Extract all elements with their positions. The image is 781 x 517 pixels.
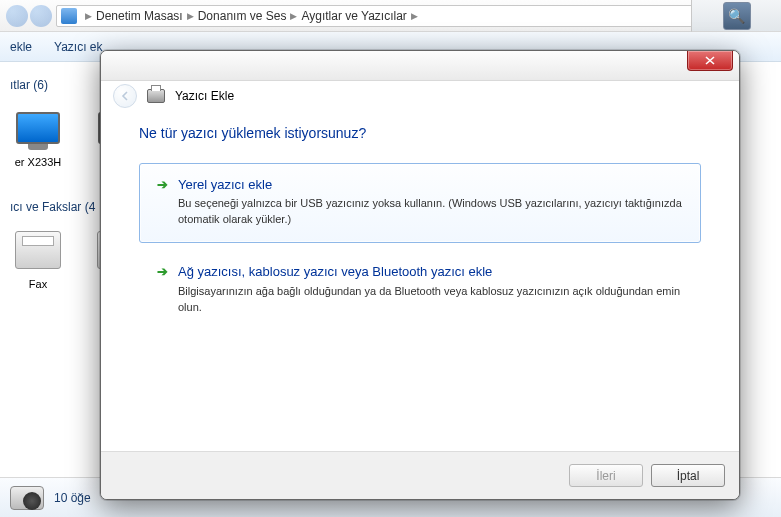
printer-item-fax[interactable]: Fax — [8, 226, 68, 302]
fax-icon — [15, 231, 61, 269]
next-button[interactable]: İleri — [569, 464, 643, 487]
wizard-title: Yazıcı Ekle — [175, 89, 234, 103]
option-title: Ağ yazıcısı, kablosuz yazıcı veya Blueto… — [178, 264, 492, 279]
wizard-heading: Ne tür yazıcı yüklemek istiyorsunuz? — [139, 125, 701, 141]
toolbar-add-device[interactable]: ekle — [10, 40, 32, 54]
breadcrumb-item[interactable]: Donanım ve Ses — [198, 9, 287, 23]
breadcrumb-item[interactable]: Aygıtlar ve Yazıcılar — [301, 9, 406, 23]
option-title: Yerel yazıcı ekle — [178, 177, 272, 192]
wizard-header: Yazıcı Ekle — [101, 81, 739, 111]
toolbar-add-printer[interactable]: Yazıcı ek — [54, 40, 102, 54]
devices-header-label: ıtlar (6) — [10, 78, 48, 92]
printer-icon — [147, 89, 165, 103]
arrow-right-icon: ➔ — [154, 176, 170, 192]
chevron-right-icon: ▶ — [85, 11, 92, 21]
printers-header-label: ıcı ve Fakslar (4 — [10, 200, 95, 214]
address-bar: ▶ Denetim Masası ▶ Donanım ve Ses ▶ Aygı… — [0, 0, 781, 32]
search-area: 🔍 — [691, 0, 781, 32]
status-text: 10 öğe — [54, 491, 91, 505]
location-icon — [61, 8, 77, 24]
arrow-left-icon — [119, 90, 131, 102]
option-description: Bu seçeneği yalnızca bir USB yazıcınız y… — [178, 196, 686, 228]
option-local-printer[interactable]: ➔ Yerel yazıcı ekle Bu seçeneği yalnızca… — [139, 163, 701, 243]
nav-back-button[interactable] — [6, 5, 28, 27]
option-description: Bilgisayarınızın ağa bağlı olduğundan ya… — [178, 284, 686, 316]
add-printer-wizard: Yazıcı Ekle Ne tür yazıcı yüklemek istiy… — [100, 50, 740, 500]
breadcrumb-item[interactable]: Denetim Masası — [96, 9, 183, 23]
device-label: er X233H — [15, 156, 61, 168]
breadcrumb[interactable]: ▶ Denetim Masası ▶ Donanım ve Ses ▶ Aygı… — [56, 5, 775, 27]
close-button[interactable] — [687, 51, 733, 71]
wizard-titlebar — [101, 51, 739, 81]
arrow-right-icon: ➔ — [154, 264, 170, 280]
chevron-right-icon: ▶ — [187, 11, 194, 21]
close-icon — [705, 56, 715, 65]
monitor-icon — [16, 112, 60, 144]
wizard-body: Ne tür yazıcı yüklemek istiyorsunuz? ➔ Y… — [101, 111, 739, 451]
chevron-right-icon: ▶ — [411, 11, 418, 21]
back-button[interactable] — [113, 84, 137, 108]
nav-forward-button[interactable] — [30, 5, 52, 27]
device-item-monitor[interactable]: er X233H — [8, 104, 68, 180]
chevron-right-icon: ▶ — [290, 11, 297, 21]
camera-icon — [10, 486, 44, 510]
search-icon[interactable]: 🔍 — [723, 2, 751, 30]
wizard-footer: İleri İptal — [101, 451, 739, 499]
printer-label: Fax — [29, 278, 47, 290]
option-network-printer[interactable]: ➔ Ağ yazıcısı, kablosuz yazıcı veya Blue… — [139, 251, 701, 331]
nav-buttons — [6, 5, 52, 27]
cancel-button[interactable]: İptal — [651, 464, 725, 487]
